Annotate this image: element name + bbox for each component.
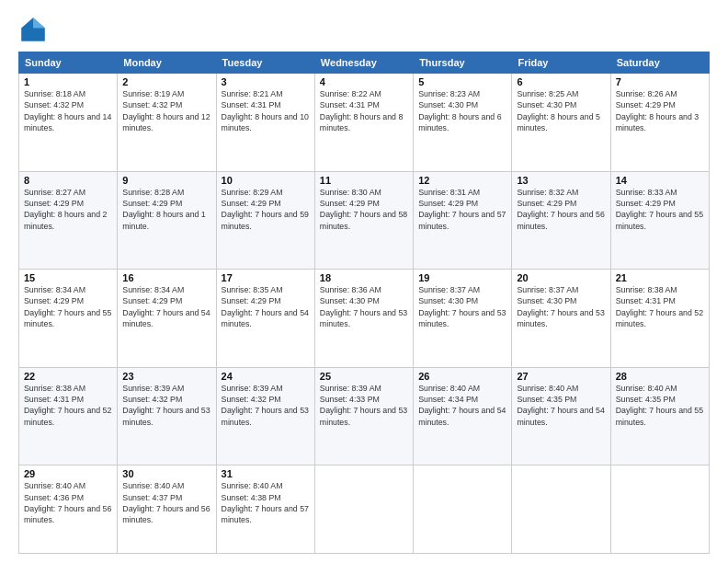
weekday-header: Tuesday xyxy=(216,52,314,74)
calendar-cell: 7 Sunrise: 8:26 AMSunset: 4:29 PMDayligh… xyxy=(610,74,709,172)
day-info: Sunrise: 8:39 AMSunset: 4:33 PMDaylight:… xyxy=(320,383,408,428)
day-info: Sunrise: 8:37 AMSunset: 4:30 PMDaylight:… xyxy=(517,284,605,329)
day-number: 21 xyxy=(616,272,704,283)
day-info: Sunrise: 8:40 AMSunset: 4:34 PMDaylight:… xyxy=(418,383,506,428)
day-number: 7 xyxy=(616,76,704,87)
calendar-cell: 6 Sunrise: 8:25 AMSunset: 4:30 PMDayligh… xyxy=(512,74,610,172)
calendar-cell: 15 Sunrise: 8:34 AMSunset: 4:29 PMDaylig… xyxy=(19,270,118,368)
weekday-header: Friday xyxy=(512,52,610,74)
header xyxy=(18,15,710,44)
day-info: Sunrise: 8:40 AMSunset: 4:35 PMDaylight:… xyxy=(517,383,605,428)
day-number: 17 xyxy=(222,272,310,283)
calendar-cell: 24 Sunrise: 8:39 AMSunset: 4:32 PMDaylig… xyxy=(216,367,314,465)
svg-marker-1 xyxy=(33,17,45,28)
day-info: Sunrise: 8:30 AMSunset: 4:29 PMDaylight:… xyxy=(320,187,408,232)
day-number: 26 xyxy=(418,371,506,382)
calendar-header-row: SundayMondayTuesdayWednesdayThursdayFrid… xyxy=(19,52,710,74)
day-number: 1 xyxy=(24,76,112,87)
day-info: Sunrise: 8:38 AMSunset: 4:31 PMDaylight:… xyxy=(24,383,112,428)
calendar-cell: 17 Sunrise: 8:35 AMSunset: 4:29 PMDaylig… xyxy=(216,270,314,368)
calendar-cell xyxy=(414,465,512,554)
day-info: Sunrise: 8:40 AMSunset: 4:35 PMDaylight:… xyxy=(616,383,704,428)
day-number: 27 xyxy=(517,371,605,382)
day-info: Sunrise: 8:40 AMSunset: 4:36 PMDaylight:… xyxy=(24,480,112,525)
calendar-cell: 21 Sunrise: 8:38 AMSunset: 4:31 PMDaylig… xyxy=(610,270,709,368)
day-number: 12 xyxy=(418,175,506,186)
day-info: Sunrise: 8:18 AMSunset: 4:32 PMDaylight:… xyxy=(24,88,112,133)
day-info: Sunrise: 8:26 AMSunset: 4:29 PMDaylight:… xyxy=(616,88,704,133)
day-number: 18 xyxy=(320,272,408,283)
calendar-cell: 19 Sunrise: 8:37 AMSunset: 4:30 PMDaylig… xyxy=(414,270,512,368)
day-info: Sunrise: 8:23 AMSunset: 4:30 PMDaylight:… xyxy=(418,88,506,133)
day-number: 8 xyxy=(24,175,112,186)
day-info: Sunrise: 8:28 AMSunset: 4:29 PMDaylight:… xyxy=(122,187,210,232)
calendar-cell: 5 Sunrise: 8:23 AMSunset: 4:30 PMDayligh… xyxy=(414,74,512,172)
day-info: Sunrise: 8:40 AMSunset: 4:37 PMDaylight:… xyxy=(122,480,210,525)
day-info: Sunrise: 8:31 AMSunset: 4:29 PMDaylight:… xyxy=(418,187,506,232)
logo xyxy=(18,15,51,44)
day-number: 23 xyxy=(122,371,210,382)
calendar-cell xyxy=(610,465,709,554)
page: SundayMondayTuesdayWednesdayThursdayFrid… xyxy=(0,0,728,563)
day-number: 11 xyxy=(320,175,408,186)
day-info: Sunrise: 8:35 AMSunset: 4:29 PMDaylight:… xyxy=(222,284,310,329)
calendar-cell xyxy=(314,465,413,554)
day-info: Sunrise: 8:40 AMSunset: 4:38 PMDaylight:… xyxy=(222,480,310,525)
calendar-cell: 31 Sunrise: 8:40 AMSunset: 4:38 PMDaylig… xyxy=(216,465,314,554)
calendar-cell: 27 Sunrise: 8:40 AMSunset: 4:35 PMDaylig… xyxy=(512,367,610,465)
weekday-header: Saturday xyxy=(610,52,709,74)
day-number: 20 xyxy=(517,272,605,283)
calendar-cell: 26 Sunrise: 8:40 AMSunset: 4:34 PMDaylig… xyxy=(414,367,512,465)
day-number: 25 xyxy=(320,371,408,382)
calendar-week-row: 8 Sunrise: 8:27 AMSunset: 4:29 PMDayligh… xyxy=(19,171,710,270)
calendar-cell: 23 Sunrise: 8:39 AMSunset: 4:32 PMDaylig… xyxy=(118,367,216,465)
calendar-cell: 9 Sunrise: 8:28 AMSunset: 4:29 PMDayligh… xyxy=(118,171,216,270)
calendar-cell: 30 Sunrise: 8:40 AMSunset: 4:37 PMDaylig… xyxy=(118,465,216,554)
day-info: Sunrise: 8:27 AMSunset: 4:29 PMDaylight:… xyxy=(24,187,112,232)
day-number: 6 xyxy=(517,76,605,87)
weekday-header: Wednesday xyxy=(314,52,413,74)
calendar-cell: 20 Sunrise: 8:37 AMSunset: 4:30 PMDaylig… xyxy=(512,270,610,368)
day-info: Sunrise: 8:29 AMSunset: 4:29 PMDaylight:… xyxy=(222,187,310,232)
calendar-week-row: 15 Sunrise: 8:34 AMSunset: 4:29 PMDaylig… xyxy=(19,270,710,368)
day-number: 24 xyxy=(222,371,310,382)
calendar-cell: 2 Sunrise: 8:19 AMSunset: 4:32 PMDayligh… xyxy=(118,74,216,172)
calendar-cell: 8 Sunrise: 8:27 AMSunset: 4:29 PMDayligh… xyxy=(19,171,118,270)
calendar-cell: 28 Sunrise: 8:40 AMSunset: 4:35 PMDaylig… xyxy=(610,367,709,465)
calendar-cell: 1 Sunrise: 8:18 AMSunset: 4:32 PMDayligh… xyxy=(19,74,118,172)
calendar-week-row: 29 Sunrise: 8:40 AMSunset: 4:36 PMDaylig… xyxy=(19,465,710,554)
calendar-cell: 25 Sunrise: 8:39 AMSunset: 4:33 PMDaylig… xyxy=(314,367,413,465)
day-number: 13 xyxy=(517,175,605,186)
day-info: Sunrise: 8:39 AMSunset: 4:32 PMDaylight:… xyxy=(122,383,210,428)
calendar-cell: 16 Sunrise: 8:34 AMSunset: 4:29 PMDaylig… xyxy=(118,270,216,368)
calendar-cell: 11 Sunrise: 8:30 AMSunset: 4:29 PMDaylig… xyxy=(314,171,413,270)
day-number: 2 xyxy=(122,76,210,87)
day-info: Sunrise: 8:37 AMSunset: 4:30 PMDaylight:… xyxy=(418,284,506,329)
calendar-cell: 4 Sunrise: 8:22 AMSunset: 4:31 PMDayligh… xyxy=(314,74,413,172)
day-number: 14 xyxy=(616,175,704,186)
logo-icon xyxy=(18,15,48,44)
day-number: 9 xyxy=(122,175,210,186)
day-number: 30 xyxy=(122,468,210,479)
calendar-week-row: 22 Sunrise: 8:38 AMSunset: 4:31 PMDaylig… xyxy=(19,367,710,465)
weekday-header: Sunday xyxy=(19,52,118,74)
day-info: Sunrise: 8:25 AMSunset: 4:30 PMDaylight:… xyxy=(517,88,605,133)
calendar-cell: 18 Sunrise: 8:36 AMSunset: 4:30 PMDaylig… xyxy=(314,270,413,368)
calendar-table: SundayMondayTuesdayWednesdayThursdayFrid… xyxy=(18,52,710,554)
calendar-cell: 12 Sunrise: 8:31 AMSunset: 4:29 PMDaylig… xyxy=(414,171,512,270)
day-number: 28 xyxy=(616,371,704,382)
day-info: Sunrise: 8:34 AMSunset: 4:29 PMDaylight:… xyxy=(122,284,210,329)
day-info: Sunrise: 8:36 AMSunset: 4:30 PMDaylight:… xyxy=(320,284,408,329)
day-info: Sunrise: 8:21 AMSunset: 4:31 PMDaylight:… xyxy=(222,88,310,133)
day-number: 5 xyxy=(418,76,506,87)
day-number: 31 xyxy=(222,468,310,479)
day-number: 29 xyxy=(24,468,112,479)
day-number: 3 xyxy=(222,76,310,87)
weekday-header: Monday xyxy=(118,52,216,74)
day-info: Sunrise: 8:33 AMSunset: 4:29 PMDaylight:… xyxy=(616,187,704,232)
day-info: Sunrise: 8:32 AMSunset: 4:29 PMDaylight:… xyxy=(517,187,605,232)
day-info: Sunrise: 8:34 AMSunset: 4:29 PMDaylight:… xyxy=(24,284,112,329)
day-info: Sunrise: 8:38 AMSunset: 4:31 PMDaylight:… xyxy=(616,284,704,329)
calendar-cell: 10 Sunrise: 8:29 AMSunset: 4:29 PMDaylig… xyxy=(216,171,314,270)
day-number: 19 xyxy=(418,272,506,283)
